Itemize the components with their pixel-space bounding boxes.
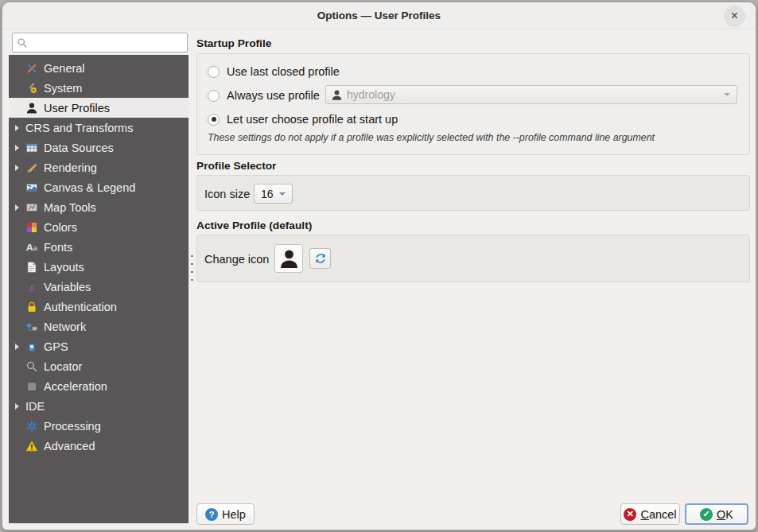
svg-text:a: a [33,244,38,252]
paintbrush-icon [25,161,38,174]
search-icon [17,37,28,49]
square-chip-icon [25,380,38,393]
help-icon: ? [205,508,218,521]
radio-use-last-closed-profile[interactable]: Use last closed profile [208,64,340,80]
sidebar-splitter-handle[interactable] [190,252,194,285]
ok-button[interactable]: ✓ OK [685,503,748,525]
radio-circle [208,90,220,102]
map-canvas-icon [25,181,38,194]
options-dialog: Options — User Profiles × General [2,2,756,530]
chevron-down-icon [724,93,730,96]
profile-selector-heading: Profile Selector [196,160,276,172]
sidebar-item-authentication[interactable]: Authentication [9,297,189,316]
change-icon-label: Change icon [204,253,269,266]
expand-arrow-icon[interactable] [15,403,19,410]
person-icon [25,102,38,115]
sidebar-item-general[interactable]: General [9,58,189,78]
chevron-down-icon [279,192,286,196]
search-input[interactable] [31,37,187,49]
sidebar-item-locator[interactable]: Locator [9,356,189,376]
sidebar-item-data-sources[interactable]: Data Sources [9,138,189,157]
radio-always-use-profile[interactable]: Always use profile [208,87,320,103]
sidebar-item-network[interactable]: Network [9,316,189,336]
color-palette-icon [25,221,38,234]
svg-text:ε: ε [29,281,35,293]
active-profile-group: Change icon [196,235,750,282]
warning-triangle-icon [25,440,38,452]
person-icon [278,248,300,270]
startup-profile-group: Use last closed profile Always use profi… [196,53,750,155]
magnifier-icon [25,360,38,373]
sidebar-search[interactable] [12,33,188,52]
page-icon [25,261,38,274]
sidebar-item-crs-and-transforms[interactable]: CRS and Transforms [9,118,189,138]
sidebar-item-gps[interactable]: GPS [9,336,189,356]
sidebar-item-fonts[interactable]: A a Fonts [9,237,189,257]
settings-sidebar: General System User Profiles [9,55,189,523]
startup-profile-heading: Startup Profile [196,37,271,49]
ok-icon: ✓ [700,508,713,521]
sidebar-item-colors[interactable]: Colors [9,217,189,237]
sidebar-item-variables[interactable]: ε Variables [9,277,189,297]
icon-size-dropdown[interactable]: 16 [254,184,293,204]
profile-selector-group: Icon size 16 [196,175,750,211]
radio-let-user-choose[interactable]: Let user choose profile at start up [208,111,398,127]
person-icon [331,89,343,101]
profile-icon-button[interactable] [274,244,303,273]
system-wrench-gear-icon [25,82,38,95]
crossed-tools-icon [25,62,38,75]
fonts-aa-icon: A a [25,241,38,254]
reset-icon-button[interactable] [309,248,331,269]
sidebar-item-layouts[interactable]: Layouts [9,257,189,277]
profile-combo-value: hydrology [347,88,395,101]
cancel-button[interactable]: ✕ Cancel [620,503,680,525]
active-profile-heading: Active Profile (default) [196,219,312,231]
lock-icon [25,301,38,313]
expand-arrow-icon[interactable] [15,344,19,350]
icon-size-value: 16 [261,188,274,200]
sidebar-item-rendering[interactable]: Rendering [9,157,189,177]
gps-device-icon [25,340,38,353]
sidebar-item-system[interactable]: System [9,78,189,98]
radio-circle [208,66,220,78]
cancel-icon: ✕ [624,508,636,521]
titlebar[interactable]: Options — User Profiles × [2,2,756,29]
startup-note: These settings do not apply if a profile… [208,132,738,143]
expand-arrow-icon[interactable] [15,145,19,151]
table-icon [25,142,38,154]
sidebar-item-map-tools[interactable]: Map Tools [9,197,189,217]
sidebar-item-acceleration[interactable]: Acceleration [9,376,189,396]
close-button[interactable]: × [724,6,745,27]
gear-icon [25,420,38,433]
icon-size-label: Icon size [204,188,250,200]
epsilon-icon: ε [25,281,38,293]
expand-arrow-icon[interactable] [15,165,19,171]
sidebar-item-ide[interactable]: IDE [9,396,189,416]
window-title: Options — User Profiles [2,2,756,29]
sidebar-item-canvas-legend[interactable]: Canvas & Legend [9,177,189,197]
sidebar-item-user-profiles[interactable]: User Profiles [9,98,189,118]
expand-arrow-icon[interactable] [15,204,19,211]
radio-circle-checked [208,114,220,126]
map-tools-icon [25,201,38,214]
refresh-icon [314,252,327,265]
network-nodes-icon [25,320,38,333]
expand-arrow-icon[interactable] [15,125,19,131]
profile-select-dropdown[interactable]: hydrology [325,85,737,104]
help-button[interactable]: ? Help [196,503,255,525]
sidebar-item-processing[interactable]: Processing [9,416,189,436]
sidebar-item-advanced[interactable]: Advanced [9,436,189,456]
